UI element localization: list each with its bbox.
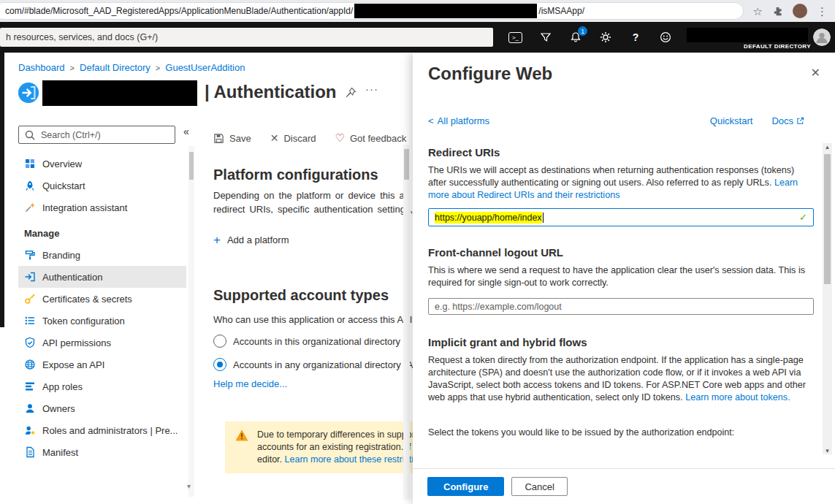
search-icon [24, 129, 36, 141]
account-avatar[interactable] [813, 28, 831, 46]
gear-icon[interactable] [599, 31, 612, 44]
cloud-shell-icon[interactable]: >_ [508, 32, 522, 43]
quickstart-link[interactable]: Quickstart [710, 115, 753, 126]
title-more-menu[interactable]: ··· [365, 83, 378, 95]
docs-link[interactable]: Docs [771, 115, 804, 126]
sidebar-item-roles-administrators[interactable]: Roles and administrators | Pre... [18, 419, 186, 441]
browser-profile-avatar[interactable] [793, 4, 807, 18]
sidebar-item-branding[interactable]: Branding [18, 244, 186, 266]
scroll-down-icon[interactable]: ▾ [823, 447, 832, 454]
chevron-left-icon: < [428, 115, 434, 126]
scroll-up-icon[interactable]: ▴ [823, 143, 832, 150]
redaction-block-url [354, 4, 537, 18]
redaction-block-app-name [42, 80, 197, 106]
redirect-uris-description: The URIs we will accept as destinations … [428, 164, 814, 202]
sidebar-item-api-permissions[interactable]: API permissions [18, 332, 186, 354]
front-channel-logout-heading: Front-channel logout URL [428, 246, 814, 259]
topbar-icons: >_ 1 ? [508, 22, 672, 53]
owners-icon [24, 402, 36, 414]
global-search-placeholder: h resources, services, and docs (G+/) [6, 32, 158, 42]
configure-web-panel: Configure Web ✕ < All platforms Quicksta… [413, 53, 835, 504]
quickstart-icon [24, 180, 36, 191]
sidebar-item-label: Branding [42, 250, 80, 261]
select-tokens-text: Select the tokens you would like to be i… [428, 427, 814, 438]
sidebar-item-label: Integration assistant [42, 202, 127, 213]
filter-icon[interactable] [539, 31, 552, 44]
sidebar-item-token-configuration[interactable]: Token configuration [18, 310, 186, 332]
sidebar-search-input[interactable]: Search (Ctrl+/) [18, 126, 175, 144]
cancel-button[interactable]: Cancel [511, 477, 567, 496]
breadcrumb-dashboard[interactable]: Dashboard [18, 62, 65, 73]
address-bar[interactable]: com/#blade/Microsoft_AAD_RegisteredApps/… [0, 2, 744, 20]
heart-icon: ♡ [335, 131, 344, 145]
sidebar-item-certificates-secrets[interactable]: Certificates & secrets [18, 288, 186, 310]
url-text: com/#blade/Microsoft_AAD_RegisteredApps/… [5, 6, 353, 16]
sidebar-item-authentication[interactable]: Authentication [18, 266, 186, 288]
text-cursor [543, 213, 544, 223]
close-icon[interactable]: ✕ [811, 66, 820, 80]
save-button[interactable]: Save [213, 133, 251, 144]
sidebar-menu: Overview Quickstart Integration assistan… [18, 153, 186, 463]
expose-api-icon [24, 359, 36, 370]
external-link-icon [796, 117, 804, 125]
sidebar-scroll-down-icon[interactable]: ▾ [187, 482, 191, 490]
sidebar-section-manage: Manage [18, 222, 186, 244]
save-label: Save [229, 133, 251, 144]
main-blade-scrollbar-thumb[interactable] [404, 149, 409, 180]
panel-subheader: < All platforms Quickstart Docs [428, 115, 804, 126]
sidebar-item-label: Authentication [42, 272, 102, 283]
redaction-block-account [687, 28, 808, 42]
sidebar-item-label: API permissions [42, 337, 111, 348]
sidebar-item-label: Roles and administrators | Pre... [42, 425, 178, 436]
main-blade-scrollbar[interactable] [403, 145, 410, 500]
sidebar-item-integration-assistant[interactable]: Integration assistant [18, 196, 186, 218]
feedback-smiley-icon[interactable] [659, 31, 672, 44]
discard-button[interactable]: ✕ Discard [270, 132, 316, 144]
learn-more-tokens-link[interactable]: Learn more about tokens. [685, 392, 790, 402]
breadcrumb-guestuseraddition[interactable]: GuestUserAddition [165, 62, 245, 73]
panel-scrollbar-thumb[interactable] [824, 154, 831, 284]
breadcrumb-default-directory[interactable]: Default Directory [80, 62, 150, 73]
discard-icon: ✕ [270, 132, 279, 144]
manifest-icon [24, 446, 36, 458]
sidebar-scrollbar[interactable] [188, 146, 194, 497]
radio-icon[interactable] [213, 335, 226, 348]
radio-label: Accounts in this organizational director… [233, 336, 408, 347]
front-channel-logout-description: This is where we send a request to have … [428, 264, 814, 289]
radio-selected-icon[interactable] [213, 358, 226, 371]
panel-scrollbar[interactable]: ▴ ▾ [823, 143, 832, 454]
all-platforms-back-link[interactable]: < All platforms [428, 115, 489, 126]
pin-icon[interactable] [345, 87, 357, 99]
breadcrumb-separator: > [156, 64, 160, 72]
sidebar-item-expose-an-api[interactable]: Expose an API [18, 354, 186, 375]
front-channel-logout-input[interactable] [428, 298, 814, 315]
sidebar-search-placeholder: Search (Ctrl+/) [41, 130, 101, 140]
sidebar-collapse-button[interactable]: « [183, 126, 189, 137]
sidebar-item-label: App roles [42, 381, 83, 392]
sidebar-scrollbar-thumb[interactable] [189, 152, 194, 180]
sidebar-item-app-roles[interactable]: App roles [18, 375, 186, 397]
notifications-bell-icon[interactable]: 1 [569, 31, 582, 44]
browser-menu-icon[interactable]: ⋮ [817, 6, 828, 17]
all-platforms-label: All platforms [438, 115, 490, 126]
redirect-uri-input[interactable]: https://youapp/home/index ✓ [428, 208, 814, 226]
sidebar-item-overview[interactable]: Overview [18, 153, 186, 175]
got-feedback-button[interactable]: ♡ Got feedback [335, 131, 406, 145]
global-search-input[interactable]: h resources, services, and docs (G+/) [0, 28, 493, 47]
breadcrumb-separator: > [70, 64, 75, 72]
sidebar-item-quickstart[interactable]: Quickstart [18, 175, 186, 196]
page-title: | Authentication [205, 82, 336, 102]
notification-badge: 1 [578, 26, 587, 36]
sidebar-item-owners[interactable]: Owners [18, 397, 186, 419]
app-roles-icon [24, 381, 36, 392]
sidebar-item-manifest[interactable]: Manifest [18, 441, 186, 463]
redirect-uri-value: https://youapp/home/index [435, 212, 542, 224]
api-permissions-icon [24, 337, 36, 348]
extensions-puzzle-icon[interactable] [772, 6, 783, 17]
screen: com/#blade/Microsoft_AAD_RegisteredApps/… [0, 0, 835, 504]
panel-subheader-links: Quickstart Docs [710, 115, 804, 126]
bookmark-star-icon[interactable]: ☆ [753, 6, 763, 17]
certificates-icon [24, 293, 36, 305]
configure-button[interactable]: Configure [427, 477, 504, 496]
help-icon[interactable]: ? [629, 31, 642, 44]
